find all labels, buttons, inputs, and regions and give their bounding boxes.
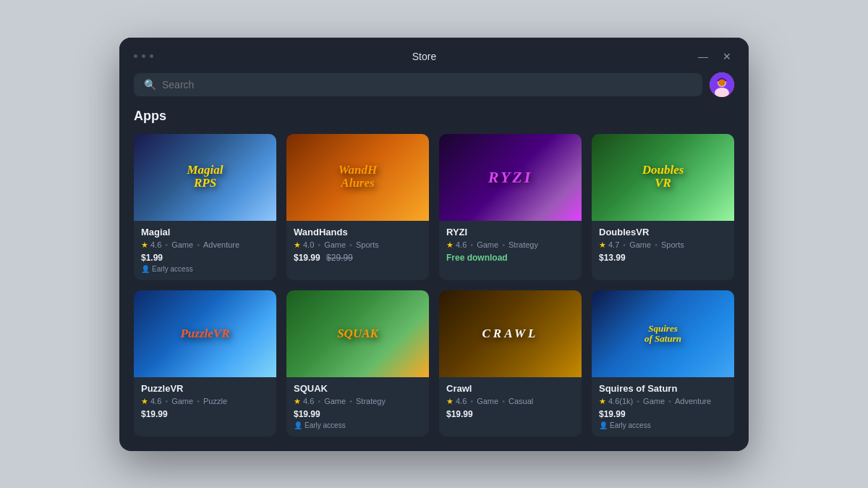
card-name-doublesvr: DoublesVR (599, 227, 727, 237)
card-body-magial: Magial★ 4.6 • Game • Adventure$1.99👤 Ear… (134, 221, 276, 280)
star-icon-squires: ★ (599, 397, 606, 406)
card-meta-squires: ★ 4.6(1k) • Game • Adventure (599, 397, 727, 406)
card-price-puzzlevr: $19.99 (141, 409, 269, 419)
card-name-squires: Squires of Saturn (599, 383, 727, 394)
card-name-squak: SQUAK (294, 383, 422, 394)
avatar[interactable] (710, 72, 734, 97)
minimize-button[interactable]: — (695, 49, 711, 64)
card-price-magial: $1.99 (141, 253, 269, 263)
card-thumb-squak: SQUAK (286, 290, 429, 377)
early-access-magial: 👤 Early access (141, 265, 269, 273)
close-button[interactable]: ✕ (720, 49, 734, 64)
card-thumb-wandhands: WandHAlures (286, 134, 429, 221)
card-price-doublesvr: $13.99 (599, 253, 727, 263)
card-name-ryzi: RYZI (446, 227, 574, 237)
card-price-squak: $19.99 (294, 409, 422, 419)
card-name-crawl: Crawl (446, 383, 574, 394)
star-icon-doublesvr: ★ (599, 240, 606, 250)
card-name-puzzlevr: PuzzleVR (141, 383, 269, 394)
star-icon-puzzlevr: ★ (141, 397, 148, 406)
dot-3 (150, 54, 153, 58)
card-squak[interactable]: SQUAKSQUAK★ 4.6 • Game • Strategy$19.99👤… (286, 290, 429, 437)
card-name-magial: Magial (141, 227, 269, 237)
card-body-squires: Squires of Saturn★ 4.6(1k) • Game • Adve… (592, 377, 734, 437)
card-wandhands[interactable]: WandHAluresWandHands★ 4.0 • Game • Sport… (286, 134, 429, 280)
card-price-squires: $19.99 (599, 409, 727, 419)
titlebar-controls: — ✕ (695, 49, 734, 64)
star-icon-ryzi: ★ (446, 240, 454, 250)
card-thumb-label-doublesvr: DoublesVR (642, 164, 684, 190)
card-thumb-label-puzzlevr: PuzzleVR (180, 327, 229, 340)
card-body-wandhands: WandHands★ 4.0 • Game • Sports$19.99 $29… (286, 221, 429, 270)
star-icon-magial: ★ (141, 240, 148, 250)
card-thumb-label-squak: SQUAK (337, 327, 378, 340)
card-price-ryzi: Free download (446, 253, 574, 263)
main-content: Apps MagialRPSMagial★ 4.6 • Game • Adven… (119, 109, 749, 451)
card-thumb-label-ryzi: RYZI (488, 168, 533, 185)
card-crawl[interactable]: CRAWLCrawl★ 4.6 • Game • Casual$19.99 (439, 290, 582, 437)
early-access-squak: 👤 Early access (294, 421, 422, 429)
card-thumb-label-squires: Squiresof Saturn (644, 323, 681, 344)
card-meta-squak: ★ 4.6 • Game • Strategy (294, 397, 422, 406)
titlebar-dots (134, 54, 153, 58)
dot-1 (134, 54, 137, 58)
card-squires[interactable]: Squiresof SaturnSquires of Saturn★ 4.6(1… (592, 290, 734, 437)
star-icon-squak: ★ (294, 397, 301, 406)
star-icon-wandhands: ★ (294, 240, 301, 250)
card-body-crawl: Crawl★ 4.6 • Game • Casual$19.99 (439, 377, 582, 426)
avatar-face (710, 72, 734, 97)
avatar-svg (710, 72, 734, 97)
search-input-wrap[interactable]: 🔍 (134, 73, 702, 96)
star-icon-crawl: ★ (446, 397, 454, 406)
card-thumb-label-crawl: CRAWL (482, 327, 539, 340)
search-input[interactable] (162, 79, 692, 91)
card-thumb-puzzlevr: PuzzleVR (134, 290, 276, 377)
app-window: Store — ✕ 🔍 Apps Magial (119, 38, 749, 451)
card-meta-crawl: ★ 4.6 • Game • Casual (446, 397, 574, 406)
original-price-wandhands: $29.99 (326, 253, 353, 263)
card-thumb-ryzi: RYZI (439, 134, 582, 221)
card-price-crawl: $19.99 (446, 409, 574, 419)
section-title: Apps (134, 109, 734, 124)
search-bar: 🔍 (119, 72, 749, 109)
card-thumb-label-magial: MagialRPS (187, 164, 223, 190)
card-name-wandhands: WandHands (294, 227, 422, 237)
card-magial[interactable]: MagialRPSMagial★ 4.6 • Game • Adventure$… (134, 134, 276, 280)
window-title: Store (412, 51, 436, 62)
card-body-squak: SQUAK★ 4.6 • Game • Strategy$19.99👤 Earl… (286, 377, 429, 437)
card-body-ryzi: RYZI★ 4.6 • Game • StrategyFree download (439, 221, 582, 270)
card-meta-puzzlevr: ★ 4.6 • Game • Puzzle (141, 397, 269, 406)
card-body-doublesvr: DoublesVR★ 4.7 • Game • Sports$13.99 (592, 221, 734, 270)
card-price-wandhands: $19.99 $29.99 (294, 253, 422, 263)
person-icon-squak: 👤 (294, 421, 302, 429)
dot-2 (142, 54, 145, 58)
card-meta-magial: ★ 4.6 • Game • Adventure (141, 240, 269, 250)
card-doublesvr[interactable]: DoublesVRDoublesVR★ 4.7 • Game • Sports$… (592, 134, 734, 280)
card-meta-wandhands: ★ 4.0 • Game • Sports (294, 240, 422, 250)
card-thumb-magial: MagialRPS (134, 134, 276, 221)
card-meta-ryzi: ★ 4.6 • Game • Strategy (446, 240, 574, 250)
titlebar: Store — ✕ (119, 38, 749, 72)
card-ryzi[interactable]: RYZIRYZI★ 4.6 • Game • StrategyFree down… (439, 134, 582, 280)
card-puzzlevr[interactable]: PuzzleVRPuzzleVR★ 4.6 • Game • Puzzle$19… (134, 290, 276, 437)
person-icon-squires: 👤 (599, 421, 608, 429)
card-thumb-crawl: CRAWL (439, 290, 582, 377)
card-thumb-doublesvr: DoublesVR (592, 134, 734, 221)
search-icon: 🔍 (144, 79, 156, 91)
card-thumb-label-wandhands: WandHAlures (339, 164, 378, 190)
card-meta-doublesvr: ★ 4.7 • Game • Sports (599, 240, 727, 250)
early-access-squires: 👤 Early access (599, 421, 727, 429)
apps-grid: MagialRPSMagial★ 4.6 • Game • Adventure$… (134, 134, 734, 437)
card-thumb-squires: Squiresof Saturn (592, 290, 734, 377)
card-body-puzzlevr: PuzzleVR★ 4.6 • Game • Puzzle$19.99 (134, 377, 276, 426)
person-icon-magial: 👤 (141, 265, 150, 273)
